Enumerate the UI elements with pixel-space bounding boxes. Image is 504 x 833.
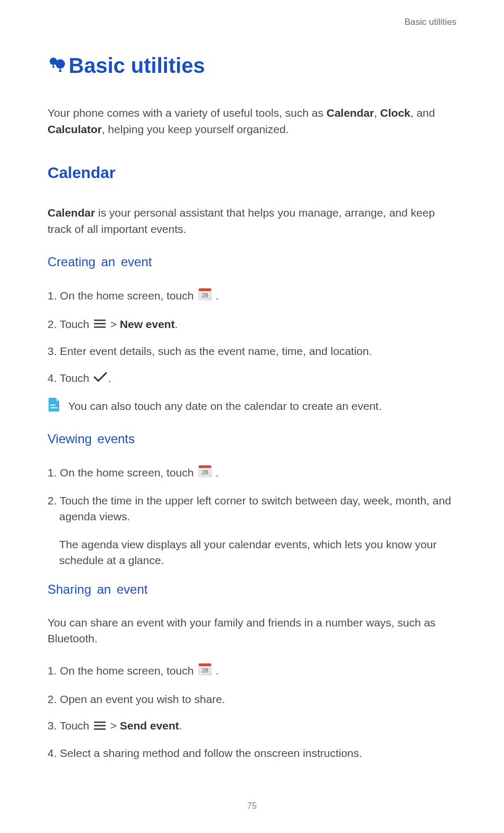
step-text: 2. Open an event you wish to share. [48, 691, 456, 718]
svg-text:28: 28 [201, 667, 208, 673]
svg-rect-9 [50, 407, 58, 408]
svg-rect-5 [94, 320, 106, 321]
step-text: 2. Touch > New event. [48, 316, 456, 344]
note-text: You can also touch any date on the calen… [68, 397, 456, 414]
step-text: 3. Touch > Send event. [48, 718, 456, 745]
note-block: You can also touch any date on the calen… [48, 397, 456, 429]
checkmark-icon [94, 371, 107, 387]
step-text: 1. On the home screen, touch 28 . [48, 662, 456, 691]
svg-text:28: 28 [201, 469, 208, 475]
subheading-viewing-events: Viewing events [48, 430, 456, 464]
chapter-balloon-icon [48, 50, 66, 81]
subheading-creating-event: Creating an event [48, 253, 456, 287]
svg-rect-7 [94, 326, 106, 328]
step-text: 3. Enter event details, such as the even… [48, 343, 456, 370]
hamburger-menu-icon [94, 317, 106, 333]
calendar-intro: Calendar is your personal assistant that… [48, 205, 456, 253]
svg-rect-3 [199, 288, 211, 291]
svg-point-1 [55, 59, 65, 69]
step-text: 4. Touch . [48, 370, 456, 398]
note-document-icon [48, 397, 60, 416]
running-header: Basic utilities [48, 16, 456, 50]
intro-text: Your phone comes with a variety of usefu… [48, 105, 456, 161]
svg-rect-16 [94, 722, 106, 723]
page-number: 75 [0, 800, 504, 812]
svg-rect-6 [94, 323, 106, 324]
step-text: The agenda view displays all your calend… [48, 537, 456, 581]
step-text: 1. On the home screen, touch 28 . [48, 287, 456, 316]
svg-rect-14 [199, 663, 211, 666]
svg-rect-8 [50, 405, 55, 406]
sharing-intro: You can share an event with your family … [48, 615, 456, 663]
svg-rect-18 [94, 728, 106, 730]
hamburger-menu-icon [94, 719, 106, 735]
step-text: 2. Touch the time in the upper left corn… [48, 493, 456, 537]
section-heading-calendar: Calendar [48, 161, 456, 205]
svg-text:28: 28 [201, 292, 208, 298]
calendar-app-icon: 28 [198, 464, 212, 482]
subheading-sharing-event: Sharing an event [48, 581, 456, 615]
step-text: 1. On the home screen, touch 28 . [48, 464, 456, 493]
chapter-title: Basic utilities [48, 50, 456, 105]
calendar-app-icon: 28 [198, 662, 212, 680]
calendar-app-icon: 28 [198, 287, 212, 305]
svg-rect-17 [94, 725, 106, 726]
svg-rect-11 [199, 465, 211, 468]
step-text: 4. Select a sharing method and follow th… [48, 745, 456, 772]
